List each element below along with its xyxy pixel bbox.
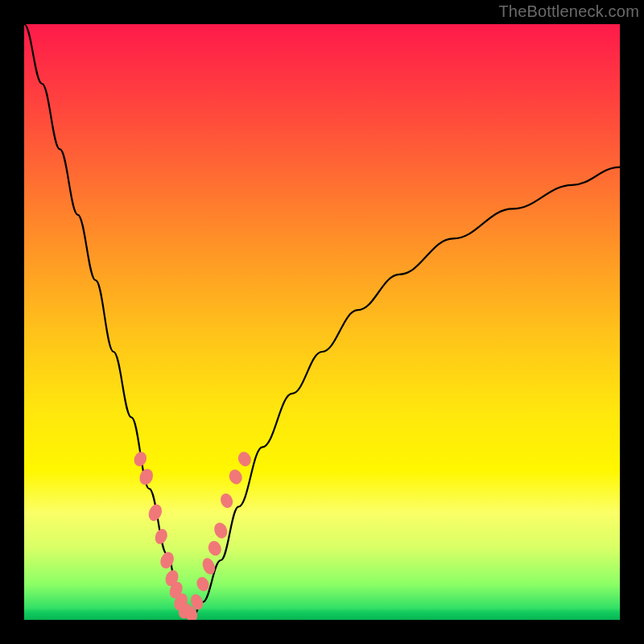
bottleneck-curve-svg bbox=[24, 24, 620, 620]
chart-frame bbox=[24, 24, 620, 620]
bead bbox=[158, 550, 176, 570]
bead bbox=[212, 521, 229, 540]
bead bbox=[147, 502, 164, 523]
bead bbox=[227, 468, 244, 486]
watermark-text: TheBottleneck.com bbox=[498, 2, 639, 21]
bead-cluster bbox=[132, 450, 253, 620]
bead bbox=[153, 527, 170, 546]
bead bbox=[132, 450, 149, 469]
bead bbox=[236, 450, 253, 469]
bead bbox=[137, 467, 155, 487]
bottleneck-curve-path bbox=[24, 24, 620, 620]
bead bbox=[218, 492, 234, 510]
bead bbox=[206, 539, 223, 558]
